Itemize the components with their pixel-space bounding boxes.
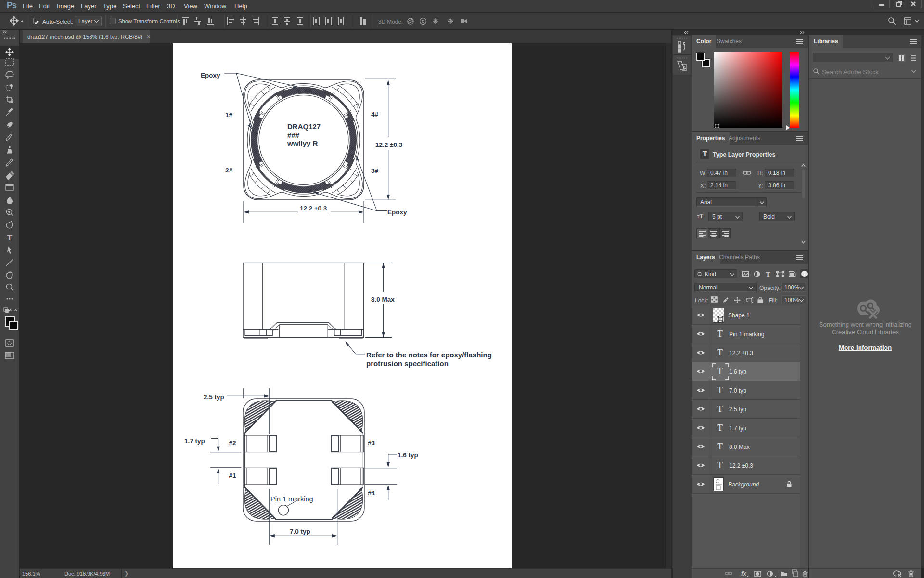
svg-text:###: ### (287, 131, 300, 139)
svg-text:12.2 ±0.3: 12.2 ±0.3 (375, 141, 403, 148)
svg-text:2#: 2# (225, 167, 233, 174)
svg-text:#3: #3 (368, 439, 375, 447)
svg-text:4#: 4# (371, 111, 379, 118)
svg-text:#2: #2 (229, 439, 236, 447)
svg-text:#4: #4 (368, 489, 375, 497)
svg-text:wwllyy R: wwllyy R (287, 139, 318, 147)
svg-text:1.6 typ: 1.6 typ (398, 451, 418, 459)
svg-text:2.5 typ: 2.5 typ (204, 394, 224, 401)
svg-text:12.2 ±0.3: 12.2 ±0.3 (300, 205, 327, 212)
svg-text:protrusion specification: protrusion specification (366, 359, 449, 368)
svg-text:8.0 Max: 8.0 Max (371, 296, 395, 303)
svg-text:1.7 typ: 1.7 typ (184, 437, 205, 445)
svg-text:T: T (7, 233, 13, 242)
svg-text:fx: fx (741, 570, 747, 577)
svg-text:Epoxy: Epoxy (201, 72, 220, 79)
svg-text:Epoxy: Epoxy (387, 209, 407, 216)
svg-text:DRAQ127: DRAQ127 (287, 122, 321, 131)
svg-text:#1: #1 (229, 472, 237, 479)
svg-text:T: T (766, 271, 770, 278)
svg-text:3#: 3# (371, 167, 379, 174)
svg-text:Pin 1 marking: Pin 1 marking (270, 495, 313, 503)
svg-text:1#: 1# (225, 111, 233, 118)
svg-text:7.0 typ: 7.0 typ (290, 528, 310, 535)
svg-text:Refer to the notes for epoxy/f: Refer to the notes for epoxy/flashing (366, 351, 492, 359)
